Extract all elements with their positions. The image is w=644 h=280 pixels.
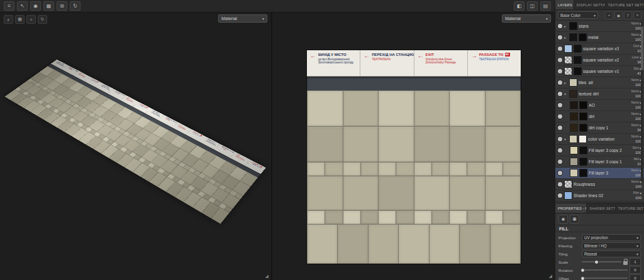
visibility-eye-icon[interactable] [558, 35, 562, 40]
layer-row[interactable]: Fill layer 3Norm100 [555, 168, 644, 179]
shading-sphere-icon[interactable]: ◐ [4, 15, 13, 24]
slider-handle[interactable] [580, 268, 585, 272]
visibility-eye-icon[interactable] [558, 148, 562, 153]
visibility-eye-icon[interactable] [558, 126, 562, 130]
tab-layers-2[interactable]: TEXTURE SET SETTINGS [606, 0, 644, 9]
blend-mode-dropdown[interactable]: Norm [631, 90, 641, 94]
add-layer-icon[interactable]: + [605, 11, 613, 19]
property-slider-offset[interactable] [582, 277, 628, 279]
menu-icon[interactable]: ≡ [4, 1, 14, 11]
blend-mode-dropdown[interactable]: Norm [631, 124, 641, 128]
scrollbar-thumb[interactable] [641, 26, 643, 70]
visibility-eye-icon[interactable] [558, 58, 562, 62]
visibility-eye-icon[interactable] [558, 182, 562, 186]
layer-thumbnail[interactable] [574, 45, 582, 53]
blend-mode-dropdown[interactable]: Pthr [633, 191, 641, 196]
layer-thumbnail[interactable] [574, 67, 582, 75]
layer-thumbnail[interactable] [569, 78, 577, 87]
layer-row[interactable]: Fill layer 3 copy 2Scrn100 [555, 145, 644, 156]
visibility-eye-icon[interactable] [558, 24, 562, 28]
viewport-divider[interactable] [271, 13, 272, 280]
layer-thumbnail[interactable] [570, 124, 578, 132]
group-caret-icon[interactable]: ▸ [564, 24, 568, 28]
layer-row[interactable]: ▸tiles_allNorm100 [555, 77, 644, 89]
visibility-eye-icon[interactable] [558, 114, 562, 119]
visibility-eye-icon[interactable] [558, 159, 562, 164]
property-dropdown-projection[interactable]: UV projection [582, 234, 641, 241]
split-view-icon[interactable]: ◫ [527, 1, 538, 11]
group-caret-icon[interactable]: ▸ [564, 35, 568, 40]
slider-handle[interactable] [580, 276, 585, 280]
layer-row[interactable]: ▸signsNorm100 [555, 21, 644, 32]
layer-opacity-value[interactable]: 100 [635, 185, 641, 189]
eraser-tool-icon[interactable]: ▦ [43, 1, 54, 11]
layer-thumbnail[interactable] [570, 112, 578, 121]
tab-layers-0[interactable]: LAYERS× [555, 0, 574, 9]
blend-mode-dropdown[interactable]: Norm [631, 180, 641, 185]
panel-scrollbar[interactable] [641, 21, 643, 181]
blend-mode-dropdown[interactable]: Norm [631, 22, 641, 26]
orbit-icon[interactable]: ↻ [38, 15, 47, 24]
visibility-eye-icon[interactable] [558, 46, 562, 51]
layer-thumbnail[interactable] [564, 45, 572, 53]
visibility-eye-icon[interactable] [558, 103, 562, 107]
layer-thumbnail[interactable] [579, 158, 587, 166]
delete-layer-icon[interactable]: × [633, 11, 641, 19]
material-dropdown-2d[interactable]: Material [502, 14, 551, 23]
layer-row[interactable]: ▸metalNorm100 [555, 32, 644, 43]
layer-row[interactable]: ▾color variationNorm100 [555, 134, 644, 145]
viewport-3d[interactable]: ◐▦+↻ Material ←ВИХІД У МІСТОдо вул.Волод… [0, 13, 271, 280]
visibility-eye-icon[interactable] [558, 193, 562, 198]
add-effect-icon[interactable]: ƒ [624, 11, 632, 19]
layer-thumbnail[interactable] [564, 67, 572, 75]
layout-icon[interactable]: ▤ [540, 1, 551, 11]
material-mode-icon[interactable]: ◉ [558, 215, 568, 223]
layer-row[interactable]: square variation v3Ovrl10 [555, 43, 644, 55]
property-slider-scale[interactable] [582, 261, 621, 262]
layer-thumbnail[interactable] [570, 101, 578, 109]
layer-thumbnail[interactable] [564, 191, 572, 200]
layer-thumbnail[interactable] [579, 112, 587, 121]
layer-thumbnail[interactable] [579, 33, 587, 41]
layer-thumbnail[interactable] [579, 124, 587, 132]
blend-mode-dropdown[interactable]: Liner [632, 56, 641, 60]
rotate-view-icon[interactable]: ↻ [70, 1, 80, 11]
layer-thumbnail[interactable] [570, 146, 578, 154]
blend-mode-dropdown[interactable]: Norm [631, 33, 641, 38]
blend-mode-dropdown[interactable]: Norm [631, 101, 641, 105]
layer-thumbnail[interactable] [570, 169, 578, 177]
property-dropdown-filtering[interactable]: Bilinear / HQ [582, 242, 641, 249]
blend-mode-dropdown[interactable]: Norm [631, 78, 641, 83]
viewport-2d[interactable]: Material ←ВИХІД У МІСТОдо вул.Володимирс… [272, 13, 555, 280]
channel-dropdown[interactable]: Base Color [558, 11, 598, 19]
layer-thumbnail[interactable] [579, 101, 587, 109]
projection-tool-icon[interactable]: ⊞ [57, 1, 67, 11]
layer-thumbnail[interactable] [579, 146, 587, 154]
material-dropdown-3d[interactable]: Material [218, 14, 267, 23]
layer-thumbnail[interactable] [574, 56, 582, 64]
group-caret-icon[interactable]: ▸ [564, 80, 568, 85]
layer-row[interactable]: RoughnessNorm100 [555, 179, 644, 190]
visibility-eye-icon[interactable] [558, 171, 562, 175]
layer-thumbnail[interactable] [579, 135, 587, 143]
layer-row[interactable]: Fill layer 3 copy 1Mul10 [555, 156, 644, 168]
grid-icon[interactable]: ▦ [15, 15, 25, 24]
layer-thumbnail[interactable] [569, 135, 577, 143]
select-tool-icon[interactable]: ↖ [17, 1, 28, 11]
brush-tool-icon[interactable]: ◉ [30, 1, 41, 11]
visibility-eye-icon[interactable] [558, 137, 562, 141]
layer-row[interactable]: square variation v2Liner36 [555, 55, 644, 66]
blend-mode-dropdown[interactable]: Scrn [633, 146, 641, 151]
add-folder-icon[interactable]: ▣ [614, 11, 623, 19]
layer-thumbnail[interactable] [569, 90, 577, 98]
visibility-eye-icon[interactable] [558, 92, 562, 96]
layer-opacity-value[interactable]: 100 [635, 196, 641, 200]
layer-row[interactable]: dirtNorm100 [555, 111, 644, 122]
blend-mode-dropdown[interactable]: Norm [631, 169, 641, 173]
layer-row[interactable]: AONorm100 [555, 100, 644, 111]
add-icon[interactable]: + [26, 15, 36, 24]
group-caret-icon[interactable]: ▾ [564, 92, 568, 96]
layer-row[interactable]: square variation v1Divi43 [555, 66, 644, 77]
layer-row[interactable]: ▾texture dirtNorm100 [555, 89, 644, 100]
layer-row[interactable]: dirt copy 1Norm36 [555, 122, 644, 134]
